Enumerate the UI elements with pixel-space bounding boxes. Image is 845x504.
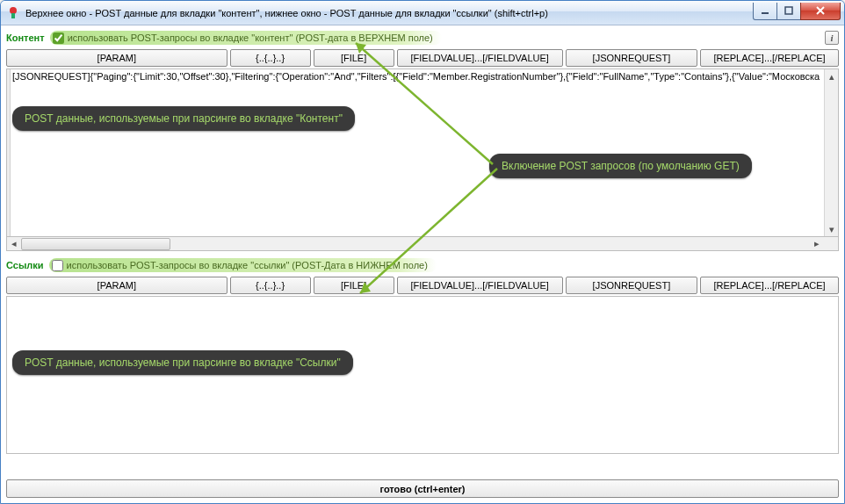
brace-button[interactable]: {..{..}..} <box>230 49 311 67</box>
fieldvalue-button[interactable]: [FIELDVALUE]...[/FIELDVALUE] <box>397 49 563 67</box>
client-area: Контент использовать POST-запросы во вкл… <box>1 25 844 503</box>
hscroll-thumb[interactable] <box>21 238 170 250</box>
close-button[interactable] <box>800 3 841 20</box>
scroll-up-icon[interactable]: ▴ <box>825 69 838 83</box>
scroll-right-icon[interactable]: ▸ <box>810 238 824 250</box>
hscroll-track[interactable] <box>21 238 810 250</box>
window-controls <box>754 3 841 20</box>
content-post-checkbox-wrap[interactable]: использовать POST-запросы во вкладке "ко… <box>50 31 442 45</box>
content-toolbar: [PARAM] {..{..}..} [FILE] [FIELDVALUE]..… <box>6 49 839 67</box>
links-post-checkbox-label: использовать POST-запросы во вкладке "сс… <box>67 260 428 270</box>
content-editor-text[interactable]: [JSONREQUEST]{"Paging":{"Limit":30,"Offs… <box>12 71 826 82</box>
links-post-checkbox[interactable] <box>52 260 63 271</box>
jsonrequest-button-2[interactable]: [JSONREQUEST] <box>566 277 697 294</box>
jsonrequest-button[interactable]: [JSONREQUEST] <box>566 49 697 67</box>
fieldvalue-button-2[interactable]: [FIELDVALUE]...[/FIELDVALUE] <box>397 277 563 294</box>
scroll-corner <box>824 237 838 251</box>
svg-rect-3 <box>785 7 792 14</box>
scroll-down-icon[interactable]: ▾ <box>825 222 838 236</box>
vscroll-track[interactable] <box>825 83 838 222</box>
svg-point-0 <box>10 7 17 14</box>
ready-button[interactable]: готово (ctrl+enter) <box>6 479 839 498</box>
titlebar[interactable]: Верхнее окно - POST данные для вкладки "… <box>1 1 844 25</box>
links-section-header: Ссылки использовать POST-запросы во вкла… <box>6 256 839 274</box>
scroll-left-icon[interactable]: ◂ <box>7 238 21 250</box>
editor-gutter <box>7 69 11 236</box>
file-button[interactable]: [FILE] <box>314 49 394 67</box>
param-button-2[interactable]: [PARAM] <box>6 277 228 294</box>
info-button[interactable]: i <box>825 31 839 45</box>
content-editor[interactable]: [JSONREQUEST]{"Paging":{"Limit":30,"Offs… <box>6 68 839 237</box>
minimize-button[interactable] <box>753 3 777 20</box>
vscrollbar[interactable]: ▴ ▾ <box>824 69 838 236</box>
window-title: Верхнее окно - POST данные для вкладки "… <box>25 1 754 25</box>
content-post-checkbox-label: использовать POST-запросы во вкладке "ко… <box>68 32 433 43</box>
svg-rect-2 <box>762 12 769 14</box>
brace-button-2[interactable]: {..{..}..} <box>230 277 311 294</box>
maximize-button[interactable] <box>776 3 801 20</box>
content-post-checkbox[interactable] <box>53 32 64 44</box>
content-label: Контент <box>6 32 45 43</box>
content-section-header: Контент использовать POST-запросы во вкл… <box>6 29 839 47</box>
app-icon <box>6 6 20 20</box>
callout-content-post: POST данные, используемые при парсинге в… <box>12 106 355 131</box>
app-window: Верхнее окно - POST данные для вкладки "… <box>0 0 845 504</box>
replace-button-2[interactable]: [REPLACE]...[/REPLACE] <box>700 277 839 294</box>
links-post-checkbox-wrap[interactable]: использовать POST-запросы во вкладке "сс… <box>49 258 437 272</box>
hscrollbar[interactable]: ◂ ▸ <box>6 237 839 251</box>
callout-links-post: POST данные, используемые при парсинге в… <box>12 350 353 375</box>
file-button-2[interactable]: [FILE] <box>314 277 394 294</box>
svg-rect-1 <box>11 13 15 18</box>
param-button[interactable]: [PARAM] <box>6 49 228 67</box>
replace-button[interactable]: [REPLACE]...[/REPLACE] <box>700 49 839 67</box>
links-toolbar: [PARAM] {..{..}..} [FILE] [FIELDVALUE]..… <box>6 277 839 294</box>
links-editor[interactable] <box>6 296 839 454</box>
callout-enable-post: Включение POST запросов (по умолчанию GE… <box>489 154 752 178</box>
links-label: Ссылки <box>6 260 44 270</box>
